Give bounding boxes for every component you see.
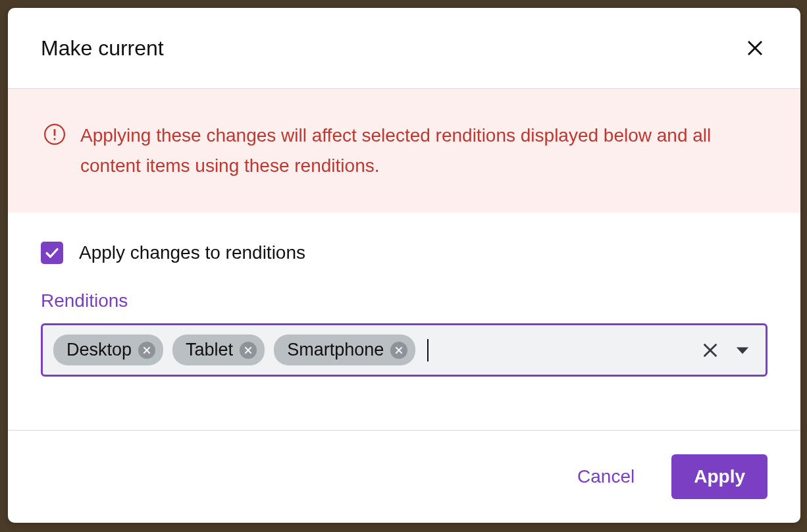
remove-icon bbox=[244, 346, 253, 355]
clear-icon bbox=[701, 341, 719, 359]
apply-changes-label: Apply changes to renditions bbox=[79, 242, 305, 263]
select-controls bbox=[701, 341, 755, 359]
chip-remove-desktop[interactable] bbox=[138, 342, 155, 359]
chip-label: Desktop bbox=[66, 340, 132, 360]
text-cursor bbox=[427, 339, 429, 361]
dropdown-toggle[interactable] bbox=[735, 346, 750, 355]
chip-remove-smartphone[interactable] bbox=[390, 342, 407, 359]
chip-remove-tablet[interactable] bbox=[240, 342, 257, 359]
chip-label: Tablet bbox=[186, 340, 233, 360]
dialog-footer: Cancel Apply bbox=[8, 430, 800, 523]
chip-desktop: Desktop bbox=[53, 334, 163, 365]
close-button[interactable] bbox=[742, 36, 768, 61]
warning-alert: Applying these changes will affect selec… bbox=[8, 89, 800, 213]
apply-changes-checkbox[interactable] bbox=[41, 242, 63, 264]
renditions-label: Renditions bbox=[41, 290, 768, 311]
dialog-body: Applying these changes will affect selec… bbox=[8, 89, 800, 430]
renditions-select[interactable]: Desktop Tablet bbox=[41, 323, 768, 377]
svg-point-4 bbox=[53, 138, 55, 140]
renditions-chips: Desktop Tablet bbox=[53, 334, 415, 365]
clear-all-button[interactable] bbox=[701, 341, 719, 359]
dialog-content: Apply changes to renditions Renditions D… bbox=[8, 213, 800, 383]
alert-text: Applying these changes will affect selec… bbox=[80, 120, 765, 181]
remove-icon bbox=[394, 346, 404, 355]
caret-down-icon bbox=[735, 346, 750, 355]
make-current-dialog: Make current Applying these changes will… bbox=[8, 8, 800, 523]
svg-marker-13 bbox=[737, 347, 748, 354]
dialog-title: Make current bbox=[41, 36, 164, 61]
remove-icon bbox=[142, 346, 151, 355]
apply-button[interactable]: Apply bbox=[671, 454, 768, 499]
dialog-header: Make current bbox=[8, 8, 800, 89]
chip-tablet: Tablet bbox=[172, 334, 265, 365]
alert-icon bbox=[43, 123, 66, 148]
cancel-button[interactable]: Cancel bbox=[577, 466, 635, 487]
chip-smartphone: Smartphone bbox=[274, 334, 415, 365]
chip-label: Smartphone bbox=[287, 340, 384, 360]
check-icon bbox=[44, 245, 60, 261]
close-icon bbox=[745, 38, 765, 58]
apply-changes-row: Apply changes to renditions bbox=[41, 242, 768, 264]
